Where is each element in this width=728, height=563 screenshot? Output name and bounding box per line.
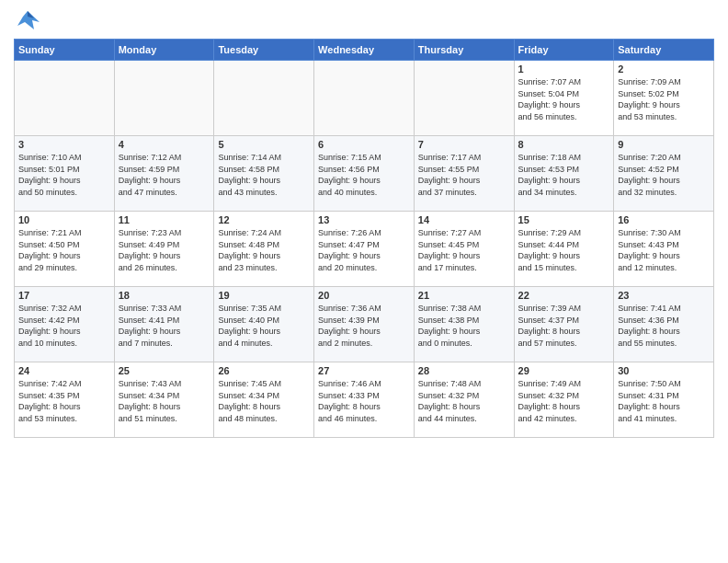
day-info: Sunrise: 7:29 AM Sunset: 4:44 PM Dayligh…	[518, 227, 610, 273]
day-cell	[414, 61, 514, 136]
day-info: Sunrise: 7:42 AM Sunset: 4:35 PM Dayligh…	[18, 378, 110, 424]
day-number: 6	[318, 139, 410, 150]
day-number: 5	[218, 139, 310, 150]
day-number: 2	[618, 63, 710, 75]
day-number: 21	[418, 290, 510, 301]
day-number: 17	[18, 290, 110, 301]
calendar: SundayMondayTuesdayWednesdayThursdayFrid…	[14, 39, 714, 438]
day-number: 27	[318, 365, 410, 376]
day-number: 24	[18, 365, 110, 376]
day-cell: 27Sunrise: 7:46 AM Sunset: 4:33 PM Dayli…	[314, 362, 415, 438]
day-cell: 11Sunrise: 7:23 AM Sunset: 4:49 PM Dayli…	[114, 212, 214, 287]
day-number: 20	[318, 290, 410, 301]
day-number: 14	[418, 214, 510, 225]
day-cell: 16Sunrise: 7:30 AM Sunset: 4:43 PM Dayli…	[614, 212, 714, 287]
day-cell: 20Sunrise: 7:36 AM Sunset: 4:39 PM Dayli…	[314, 287, 415, 362]
day-cell: 18Sunrise: 7:33 AM Sunset: 4:41 PM Dayli…	[114, 287, 214, 362]
weekday-header-row: SundayMondayTuesdayWednesdayThursdayFrid…	[15, 40, 714, 61]
day-cell: 24Sunrise: 7:42 AM Sunset: 4:35 PM Dayli…	[15, 362, 115, 438]
day-info: Sunrise: 7:30 AM Sunset: 4:43 PM Dayligh…	[618, 227, 710, 273]
day-number: 8	[518, 139, 610, 150]
weekday-thursday: Thursday	[414, 40, 514, 61]
day-info: Sunrise: 7:49 AM Sunset: 4:32 PM Dayligh…	[518, 378, 610, 424]
day-number: 29	[518, 365, 610, 376]
day-number: 13	[318, 214, 410, 225]
weekday-tuesday: Tuesday	[214, 40, 314, 61]
day-info: Sunrise: 7:41 AM Sunset: 4:36 PM Dayligh…	[618, 303, 710, 349]
day-info: Sunrise: 7:38 AM Sunset: 4:38 PM Dayligh…	[418, 303, 510, 349]
day-cell: 17Sunrise: 7:32 AM Sunset: 4:42 PM Dayli…	[15, 287, 115, 362]
day-info: Sunrise: 7:20 AM Sunset: 4:52 PM Dayligh…	[618, 152, 710, 198]
day-number: 25	[119, 365, 210, 376]
day-number: 19	[218, 290, 310, 301]
day-cell	[15, 61, 115, 136]
day-info: Sunrise: 7:15 AM Sunset: 4:56 PM Dayligh…	[318, 152, 410, 198]
day-cell: 19Sunrise: 7:35 AM Sunset: 4:40 PM Dayli…	[214, 287, 314, 362]
day-info: Sunrise: 7:39 AM Sunset: 4:37 PM Dayligh…	[518, 303, 610, 349]
day-number: 28	[418, 365, 510, 376]
day-info: Sunrise: 7:48 AM Sunset: 4:32 PM Dayligh…	[418, 378, 510, 424]
header	[14, 9, 714, 35]
day-cell: 7Sunrise: 7:17 AM Sunset: 4:55 PM Daylig…	[414, 136, 514, 212]
day-info: Sunrise: 7:27 AM Sunset: 4:45 PM Dayligh…	[418, 227, 510, 273]
day-info: Sunrise: 7:12 AM Sunset: 4:59 PM Dayligh…	[119, 152, 210, 198]
week-row-1: 1Sunrise: 7:07 AM Sunset: 5:04 PM Daylig…	[15, 61, 714, 136]
day-cell: 14Sunrise: 7:27 AM Sunset: 4:45 PM Dayli…	[414, 212, 514, 287]
day-cell: 2Sunrise: 7:09 AM Sunset: 5:02 PM Daylig…	[614, 61, 714, 136]
day-info: Sunrise: 7:14 AM Sunset: 4:58 PM Dayligh…	[218, 152, 310, 198]
day-number: 3	[18, 139, 110, 150]
logo	[14, 9, 45, 35]
calendar-header: SundayMondayTuesdayWednesdayThursdayFrid…	[15, 40, 714, 61]
day-cell: 12Sunrise: 7:24 AM Sunset: 4:48 PM Dayli…	[214, 212, 314, 287]
day-info: Sunrise: 7:43 AM Sunset: 4:34 PM Dayligh…	[119, 378, 210, 424]
day-cell: 15Sunrise: 7:29 AM Sunset: 4:44 PM Dayli…	[514, 212, 614, 287]
day-info: Sunrise: 7:17 AM Sunset: 4:55 PM Dayligh…	[418, 152, 510, 198]
day-info: Sunrise: 7:35 AM Sunset: 4:40 PM Dayligh…	[218, 303, 310, 349]
day-number: 16	[618, 214, 710, 225]
day-info: Sunrise: 7:46 AM Sunset: 4:33 PM Dayligh…	[318, 378, 410, 424]
weekday-wednesday: Wednesday	[314, 40, 415, 61]
day-cell: 13Sunrise: 7:26 AM Sunset: 4:47 PM Dayli…	[314, 212, 415, 287]
day-number: 10	[18, 214, 110, 225]
day-cell: 29Sunrise: 7:49 AM Sunset: 4:32 PM Dayli…	[514, 362, 614, 438]
week-row-5: 24Sunrise: 7:42 AM Sunset: 4:35 PM Dayli…	[15, 362, 714, 438]
day-cell: 25Sunrise: 7:43 AM Sunset: 4:34 PM Dayli…	[114, 362, 214, 438]
day-info: Sunrise: 7:24 AM Sunset: 4:48 PM Dayligh…	[218, 227, 310, 273]
day-cell: 10Sunrise: 7:21 AM Sunset: 4:50 PM Dayli…	[15, 212, 115, 287]
day-cell: 5Sunrise: 7:14 AM Sunset: 4:58 PM Daylig…	[214, 136, 314, 212]
day-number: 15	[518, 214, 610, 225]
day-info: Sunrise: 7:09 AM Sunset: 5:02 PM Dayligh…	[618, 76, 710, 122]
day-cell: 21Sunrise: 7:38 AM Sunset: 4:38 PM Dayli…	[414, 287, 514, 362]
day-number: 18	[119, 290, 210, 301]
week-row-3: 10Sunrise: 7:21 AM Sunset: 4:50 PM Dayli…	[15, 212, 714, 287]
weekday-saturday: Saturday	[614, 40, 714, 61]
day-info: Sunrise: 7:50 AM Sunset: 4:31 PM Dayligh…	[618, 378, 710, 424]
day-number: 30	[618, 365, 710, 376]
day-cell: 6Sunrise: 7:15 AM Sunset: 4:56 PM Daylig…	[314, 136, 415, 212]
day-cell: 23Sunrise: 7:41 AM Sunset: 4:36 PM Dayli…	[614, 287, 714, 362]
weekday-monday: Monday	[114, 40, 214, 61]
day-number: 1	[518, 63, 610, 75]
day-cell: 22Sunrise: 7:39 AM Sunset: 4:37 PM Dayli…	[514, 287, 614, 362]
weekday-sunday: Sunday	[15, 40, 115, 61]
day-cell: 1Sunrise: 7:07 AM Sunset: 5:04 PM Daylig…	[514, 61, 614, 136]
day-number: 26	[218, 365, 310, 376]
day-cell	[114, 61, 214, 136]
logo-icon	[14, 9, 41, 35]
day-number: 9	[618, 139, 710, 150]
day-number: 4	[119, 139, 210, 150]
day-info: Sunrise: 7:36 AM Sunset: 4:39 PM Dayligh…	[318, 303, 410, 349]
day-cell: 28Sunrise: 7:48 AM Sunset: 4:32 PM Dayli…	[414, 362, 514, 438]
page-container: SundayMondayTuesdayWednesdayThursdayFrid…	[0, 0, 728, 442]
week-row-4: 17Sunrise: 7:32 AM Sunset: 4:42 PM Dayli…	[15, 287, 714, 362]
day-number: 11	[119, 214, 210, 225]
day-number: 12	[218, 214, 310, 225]
day-cell: 8Sunrise: 7:18 AM Sunset: 4:53 PM Daylig…	[514, 136, 614, 212]
day-info: Sunrise: 7:26 AM Sunset: 4:47 PM Dayligh…	[318, 227, 410, 273]
day-cell	[314, 61, 415, 136]
day-cell: 4Sunrise: 7:12 AM Sunset: 4:59 PM Daylig…	[114, 136, 214, 212]
day-cell: 3Sunrise: 7:10 AM Sunset: 5:01 PM Daylig…	[15, 136, 115, 212]
day-info: Sunrise: 7:10 AM Sunset: 5:01 PM Dayligh…	[18, 152, 110, 198]
week-row-2: 3Sunrise: 7:10 AM Sunset: 5:01 PM Daylig…	[15, 136, 714, 212]
day-info: Sunrise: 7:33 AM Sunset: 4:41 PM Dayligh…	[119, 303, 210, 349]
